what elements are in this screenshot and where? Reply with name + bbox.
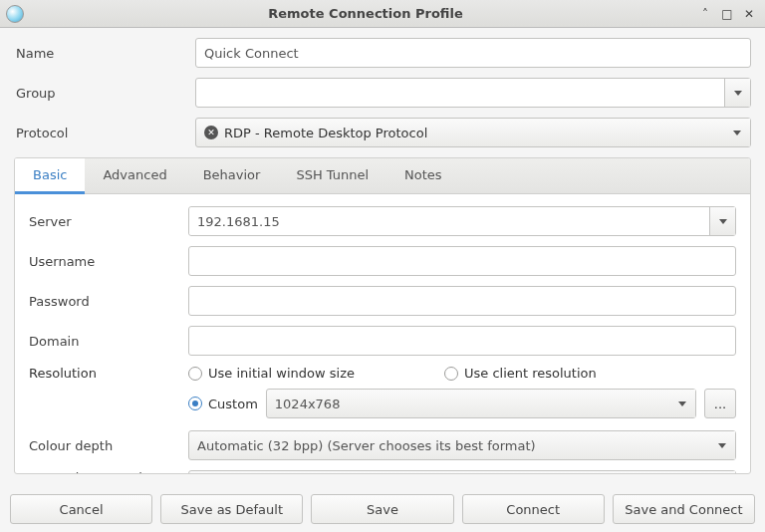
- network-label: Network connection type: [29, 470, 188, 474]
- colour-dropdown-button[interactable]: [709, 431, 735, 459]
- protocol-dropdown-button[interactable]: [724, 119, 750, 146]
- domain-input[interactable]: [188, 326, 736, 356]
- radio-initial-label: Use initial window size: [208, 366, 355, 381]
- window-title: Remote Connection Profile: [32, 6, 699, 21]
- group-combo[interactable]: [195, 78, 751, 108]
- cancel-button[interactable]: Cancel: [10, 494, 152, 524]
- radio-client-resolution[interactable]: Use client resolution: [444, 366, 597, 381]
- server-label: Server: [29, 214, 188, 229]
- chevron-down-icon: [734, 91, 742, 96]
- radio-dot-icon: [188, 367, 202, 381]
- username-label: Username: [29, 254, 188, 269]
- row-colour-depth: Colour depth Automatic (32 bpp) (Server …: [29, 430, 736, 460]
- chevron-down-icon: [719, 219, 727, 224]
- rdp-icon: ✕: [204, 126, 218, 139]
- tab-panel: Basic Advanced Behavior SSH Tunnel Notes…: [14, 157, 751, 474]
- radio-dot-icon: [444, 367, 458, 381]
- chevron-down-icon: [718, 443, 726, 448]
- maximize-icon[interactable]: □: [721, 8, 733, 20]
- colour-value: Automatic (32 bpp) (Server chooses its b…: [189, 438, 709, 453]
- radio-custom[interactable]: Custom: [188, 397, 258, 411]
- row-name: Name: [14, 38, 751, 68]
- protocol-label: Protocol: [14, 126, 195, 140]
- server-dropdown-button[interactable]: [709, 207, 735, 235]
- tab-basic[interactable]: Basic: [15, 158, 85, 194]
- save-button[interactable]: Save: [311, 494, 453, 524]
- tab-advanced[interactable]: Advanced: [85, 158, 184, 193]
- domain-label: Domain: [29, 334, 188, 349]
- tab-body-basic: Server Username Password Domain Resoluti…: [15, 194, 750, 471]
- radio-dot-icon: [188, 397, 202, 410]
- radio-initial-window[interactable]: Use initial window size: [188, 366, 355, 381]
- window-buttons: ˄ □ ✕: [699, 8, 759, 20]
- radio-custom-label: Custom: [208, 397, 258, 411]
- bottom-bar: Cancel Save as Default Save Connect Save…: [0, 486, 765, 532]
- minimize-icon[interactable]: ˄: [699, 8, 711, 20]
- password-label: Password: [29, 294, 188, 309]
- resolution-combo[interactable]: 1024x768: [266, 389, 696, 418]
- row-domain: Domain: [29, 326, 736, 356]
- colour-label: Colour depth: [29, 438, 188, 453]
- content: Name Group Protocol ✕ RDP - Remote Deskt…: [0, 28, 765, 474]
- close-icon[interactable]: ✕: [743, 8, 755, 20]
- titlebar: Remote Connection Profile ˄ □ ✕: [0, 0, 765, 28]
- row-group: Group: [14, 78, 751, 108]
- password-input[interactable]: [188, 286, 736, 316]
- row-resolution-custom: Custom 1024x768 ...: [188, 389, 736, 418]
- protocol-value: ✕ RDP - Remote Desktop Protocol: [196, 126, 724, 140]
- protocol-combo[interactable]: ✕ RDP - Remote Desktop Protocol: [195, 118, 751, 147]
- group-label: Group: [14, 86, 195, 101]
- row-username: Username: [29, 246, 736, 276]
- tab-ssh-tunnel[interactable]: SSH Tunnel: [278, 158, 386, 193]
- server-input[interactable]: [189, 207, 709, 235]
- app-icon: [6, 5, 24, 23]
- tab-bar: Basic Advanced Behavior SSH Tunnel Notes: [15, 158, 750, 194]
- row-password: Password: [29, 286, 736, 316]
- network-dropdown-button[interactable]: [709, 471, 735, 474]
- network-combo[interactable]: None: [188, 470, 736, 474]
- resolution-more-button[interactable]: ...: [704, 389, 736, 418]
- save-connect-button[interactable]: Save and Connect: [613, 494, 755, 524]
- server-combo[interactable]: [188, 206, 736, 236]
- resolution-radios-line1: Use initial window size Use client resol…: [188, 366, 597, 381]
- connect-button[interactable]: Connect: [462, 494, 605, 524]
- tab-notes[interactable]: Notes: [386, 158, 460, 193]
- name-label: Name: [14, 46, 195, 61]
- radio-client-label: Use client resolution: [464, 366, 597, 381]
- protocol-text: RDP - Remote Desktop Protocol: [224, 126, 427, 140]
- username-input[interactable]: [188, 246, 736, 276]
- row-server: Server: [29, 206, 736, 236]
- colour-combo[interactable]: Automatic (32 bpp) (Server chooses its b…: [188, 430, 736, 460]
- name-input[interactable]: [195, 38, 751, 68]
- save-default-button[interactable]: Save as Default: [160, 494, 303, 524]
- tab-behavior[interactable]: Behavior: [185, 158, 279, 193]
- resolution-value: 1024x768: [267, 397, 669, 411]
- chevron-down-icon: [733, 131, 741, 135]
- resolution-label: Resolution: [29, 366, 188, 381]
- row-protocol: Protocol ✕ RDP - Remote Desktop Protocol: [14, 118, 751, 147]
- row-network-type: Network connection type None: [29, 470, 736, 474]
- chevron-down-icon: [678, 401, 686, 406]
- resolution-dropdown-button[interactable]: [669, 390, 695, 417]
- group-dropdown-button[interactable]: [724, 79, 750, 107]
- row-resolution: Resolution Use initial window size Use c…: [29, 366, 736, 381]
